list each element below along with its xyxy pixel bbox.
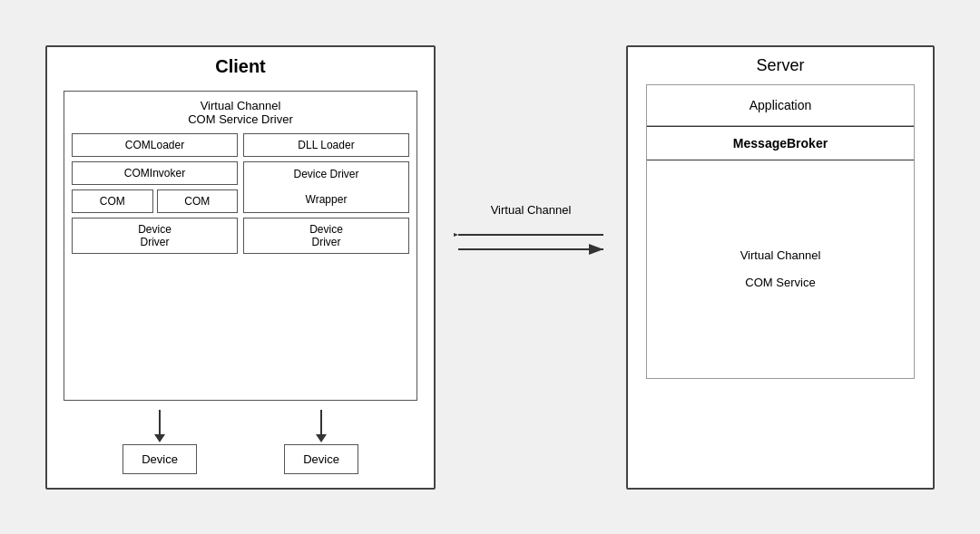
client-box: Client Virtual Channel COM Service Drive…	[45, 45, 436, 490]
com1-box: COM	[72, 189, 153, 213]
vc-service-box: Virtual Channel COM Service	[647, 160, 914, 378]
server-title: Server	[628, 47, 933, 84]
device-driver-left-box: Device Driver	[72, 218, 238, 254]
vc-driver-box: Virtual Channel COM Service Driver COMLo…	[64, 91, 417, 401]
com2-box: COM	[157, 189, 239, 213]
com-invoker-box: COMInvoker	[72, 161, 238, 185]
arrow-area: Virtual Channel	[436, 203, 626, 258]
message-broker-box: MessageBroker	[647, 126, 914, 160]
device-driver-right-box: Device Driver	[243, 218, 409, 254]
application-box: Application	[647, 85, 914, 126]
com-loader-box: COMLoader	[72, 133, 238, 157]
diagram-container: Client Virtual Channel COM Service Drive…	[18, 14, 962, 521]
server-inner-stack: Application MessageBroker Virtual Channe…	[646, 84, 915, 379]
arrow-label: Virtual Channel	[491, 203, 572, 217]
server-box: Server Application MessageBroker Virtual…	[626, 45, 935, 490]
left-device-col: Device	[122, 410, 197, 474]
device-driver-wrapper-box: Device Driver Wrapper	[243, 161, 409, 213]
vc-driver-title: Virtual Channel COM Service Driver	[72, 99, 409, 126]
virtual-channel-arrow	[454, 226, 608, 258]
device-right-box: Device	[284, 444, 358, 474]
right-device-col: Device	[284, 410, 358, 474]
dll-loader-box: DLL Loader	[243, 133, 409, 157]
device-left-box: Device	[122, 444, 197, 474]
client-title: Client	[47, 47, 434, 82]
